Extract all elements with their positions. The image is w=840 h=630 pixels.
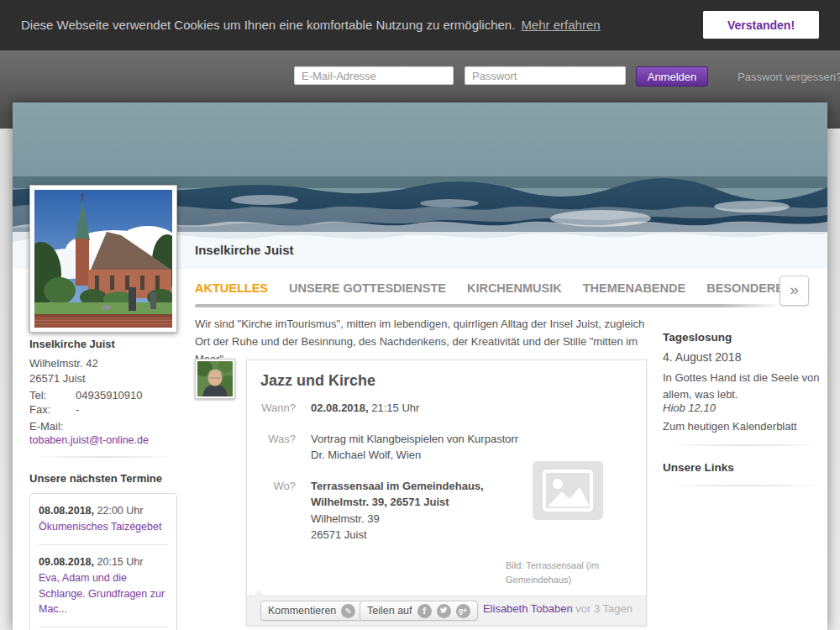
- contact-city: 26571 Juist: [29, 371, 177, 386]
- share-button-label: Teilen auf: [367, 605, 412, 617]
- event-card: Jazz und Kirche Wann? 02.08.2018, 21:15 …: [246, 360, 647, 626]
- church-photo: [29, 185, 177, 333]
- tab-themenabende[interactable]: THEMENABENDE: [583, 281, 685, 295]
- termine-link[interactable]: Ökumenisches Taizégebet: [39, 519, 168, 534]
- right-divider: [663, 485, 827, 486]
- tel-label: Tel:: [29, 388, 65, 402]
- cookie-banner: Diese Webseite verwendet Cookies um Ihne…: [0, 0, 840, 50]
- twitter-icon[interactable]: [437, 604, 451, 618]
- event-details: Wann? 02.08.2018, 21:15 Uhr Was? Vortrag…: [247, 400, 533, 558]
- footer-notch: [252, 590, 265, 596]
- tab-unsere-gottesdienste[interactable]: UNSERE GOTTESDIENSTE: [289, 281, 446, 295]
- where-street: Wilhelmstr. 39: [311, 511, 484, 528]
- tab-aktuelles[interactable]: AKTUELLES: [195, 281, 268, 295]
- card-footer: Kommentieren ✎ Teilen auf f g+ Elisabeth…: [247, 596, 646, 625]
- tageslosung-text: In Gottes Hand ist die Seele von allem, …: [663, 370, 827, 402]
- tageslosung-heading: Tageslosung: [663, 331, 827, 344]
- site-title: Inselkirche Juist: [195, 243, 294, 257]
- where-venue: Terrassensaal im Gemeindehaus,: [311, 478, 484, 495]
- email-link[interactable]: tobaben.juist@t-online.de: [29, 434, 149, 446]
- termine-time: 22:00 Uhr: [94, 505, 143, 517]
- image-placeholder-icon: [533, 461, 603, 520]
- sidebar-divider: [29, 456, 177, 458]
- termine-link[interactable]: Eva, Adam und die Schlange. Grundfragen …: [39, 570, 168, 616]
- termine-heading: Unsere nächsten Termine: [29, 472, 177, 485]
- termine-list: 08.08.2018, 22:00 Uhr Ökumenisches Taizé…: [29, 493, 177, 630]
- nav-more-button[interactable]: »: [780, 276, 809, 306]
- tab-kirchenmusik[interactable]: KIRCHENMUSIK: [467, 281, 562, 295]
- googleplus-icon[interactable]: g+: [456, 604, 470, 618]
- facebook-icon[interactable]: f: [417, 604, 432, 618]
- contact-name: Inselkirche Juist: [29, 338, 177, 350]
- author-avatar[interactable]: [195, 359, 235, 399]
- when-date: 02.08.2018,: [311, 402, 369, 414]
- pencil-icon: ✎: [341, 604, 355, 618]
- event-where-row: Wo? Terrassensaal im Gemeindehaus, Wilhe…: [247, 478, 533, 543]
- right-divider: [663, 444, 827, 446]
- tab-underline: [195, 304, 780, 307]
- cookie-more-link[interactable]: Mehr erfahren: [521, 18, 600, 32]
- password-field[interactable]: [465, 66, 626, 85]
- where-city: 26571 Juist: [311, 527, 484, 543]
- links-heading: Unsere Links: [663, 461, 827, 474]
- kalenderblatt-link[interactable]: Zum heutigen Kalenderblatt: [663, 420, 827, 433]
- contact-address: Wilhelmstr. 42 26571 Juist: [29, 356, 177, 386]
- comment-button[interactable]: Kommentieren ✎: [260, 601, 363, 621]
- cookie-message: Diese Webseite verwendet Cookies um Ihne…: [21, 18, 601, 32]
- termine-date: 09.08.2018,: [39, 556, 94, 568]
- main-nav: AKTUELLES UNSERE GOTTESDIENSTE KIRCHENMU…: [195, 281, 792, 295]
- event-what-row: Was? Vortrag mit Klangbeispielen von Kur…: [247, 431, 533, 464]
- cookie-accept-button[interactable]: Verstanden!: [703, 11, 819, 39]
- where-label: Wo?: [247, 478, 296, 543]
- contact-phone: Tel:04935910910 Fax:-: [29, 388, 177, 417]
- fax-label: Fax:: [29, 402, 65, 417]
- chevron-right-double-icon: »: [790, 281, 799, 298]
- where-address-bold: Wilhelmstr. 39, 26571 Juist: [311, 494, 484, 511]
- when-label: Wann?: [247, 400, 296, 417]
- when-time: 21:15 Uhr: [369, 402, 420, 414]
- fax-value: -: [76, 403, 79, 416]
- termine-item: 08.08.2018, 22:00 Uhr Ökumenisches Taizé…: [39, 494, 168, 545]
- image-caption: Bild: Terrassensaal (im Gemeindehaus): [506, 559, 615, 586]
- page-container: Inselkirche Juist: [13, 102, 827, 630]
- termine-date: 08.08.2018,: [39, 505, 94, 517]
- tageslosung-date: 4. August 2018: [663, 350, 827, 364]
- cookie-message-text: Diese Webseite verwendet Cookies um Ihne…: [21, 18, 515, 32]
- termine-time: 20:15 Uhr: [94, 556, 143, 568]
- what-line1: Vortrag mit Klangbeispielen von Kurpasto…: [311, 431, 518, 448]
- what-line2: Dr. Michael Wolf, Wien: [311, 447, 518, 464]
- termine-item: 09.08.2018, 20:15 Uhr Eva, Adam und die …: [39, 545, 168, 627]
- tel-value: 04935910910: [76, 389, 143, 402]
- author-link[interactable]: Elisabeth Tobaben: [483, 602, 573, 615]
- forgot-password-link[interactable]: Passwort vergessen?: [738, 71, 840, 83]
- byline: Elisabeth Tobaben vor 3 Tagen: [483, 602, 633, 615]
- share-button[interactable]: Teilen auf f g+: [360, 601, 478, 621]
- what-label: Was?: [247, 431, 296, 464]
- login-button[interactable]: Anmelden: [636, 66, 708, 87]
- event-title: Jazz und Kirche: [260, 372, 375, 390]
- time-ago: vor 3 Tagen: [573, 602, 633, 615]
- email-label: E-Mail:: [29, 420, 177, 433]
- contact-street: Wilhelmstr. 42: [29, 356, 177, 371]
- event-when-row: Wann? 02.08.2018, 21:15 Uhr: [247, 400, 533, 417]
- tageslosung-source: Hiob 12,10: [663, 402, 827, 414]
- email-field[interactable]: [294, 66, 454, 85]
- contact-email-block: E-Mail: tobaben.juist@t-online.de: [29, 420, 177, 447]
- comment-button-label: Kommentieren: [268, 605, 336, 617]
